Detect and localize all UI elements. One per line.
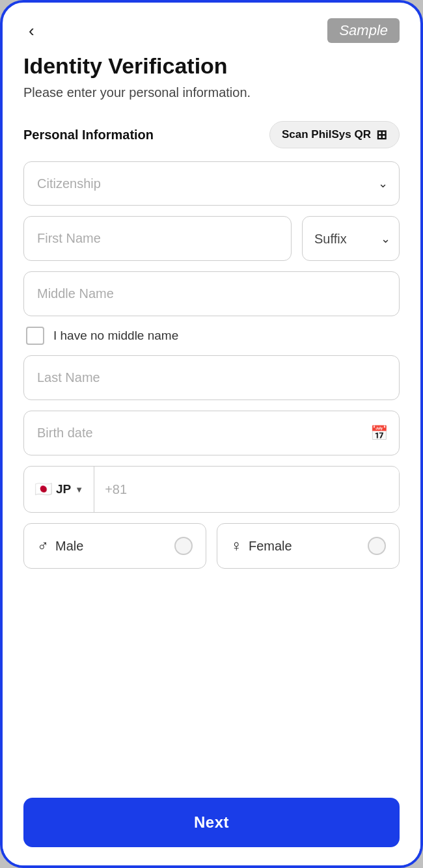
header-row: ‹ Sample: [23, 18, 400, 43]
last-name-group: [23, 355, 400, 400]
suffix-wrapper: Suffix Jr. Sr. II III ⌄: [302, 216, 400, 261]
phone-frame: ‹ Sample Identity Verification Please en…: [0, 0, 423, 868]
back-button[interactable]: ‹: [23, 20, 40, 42]
birthdate-input[interactable]: [23, 411, 400, 455]
suffix-select[interactable]: Suffix Jr. Sr. II III: [302, 216, 400, 261]
section-header: Personal Information Scan PhilSys QR ⊞: [23, 121, 400, 148]
male-option[interactable]: ♂ Male: [23, 523, 206, 569]
middle-name-input[interactable]: [23, 271, 400, 316]
female-label: Female: [249, 539, 292, 554]
qr-icon: ⊞: [376, 127, 387, 142]
last-name-input[interactable]: [23, 355, 400, 400]
male-left: ♂ Male: [37, 537, 83, 555]
sample-badge: Sample: [327, 18, 400, 43]
male-icon: ♂: [37, 537, 49, 555]
no-middle-name-label: I have no middle name: [53, 329, 178, 343]
birthdate-group: 📅: [23, 411, 400, 455]
citizenship-field: Citizenship ⌄: [23, 161, 400, 206]
scan-qr-button[interactable]: Scan PhilSys QR ⊞: [269, 121, 400, 148]
form-content: ‹ Sample Identity Verification Please en…: [3, 3, 420, 785]
female-left: ♀ Female: [230, 537, 292, 555]
no-middle-name-checkbox[interactable]: [26, 327, 44, 345]
male-radio[interactable]: [174, 537, 193, 555]
phone-number-input[interactable]: [94, 468, 399, 511]
no-middle-name-row: I have no middle name: [23, 327, 400, 345]
page-subtitle: Please enter your personal information.: [23, 85, 400, 100]
country-selector[interactable]: 🇯🇵 JP ▼: [24, 467, 94, 512]
female-icon: ♀: [230, 537, 242, 555]
name-suffix-row: Suffix Jr. Sr. II III ⌄: [23, 216, 400, 261]
phone-wrapper: 🇯🇵 JP ▼: [23, 466, 400, 513]
female-option[interactable]: ♀ Female: [217, 523, 400, 569]
middle-name-group: [23, 271, 400, 316]
country-code-text: JP: [56, 482, 71, 496]
citizenship-select[interactable]: Citizenship: [23, 161, 400, 206]
scan-qr-label: Scan PhilSys QR: [282, 128, 371, 141]
flag-icon: 🇯🇵: [34, 481, 52, 498]
page-title: Identity Verification: [23, 53, 400, 79]
section-title: Personal Information: [23, 128, 154, 142]
first-name-input[interactable]: [23, 216, 292, 261]
bottom-bar: Next: [3, 785, 420, 865]
next-button[interactable]: Next: [23, 798, 400, 847]
gender-row: ♂ Male ♀ Female: [23, 523, 400, 569]
female-radio[interactable]: [368, 537, 386, 555]
country-dropdown-arrow: ▼: [75, 485, 83, 495]
male-label: Male: [55, 539, 83, 554]
